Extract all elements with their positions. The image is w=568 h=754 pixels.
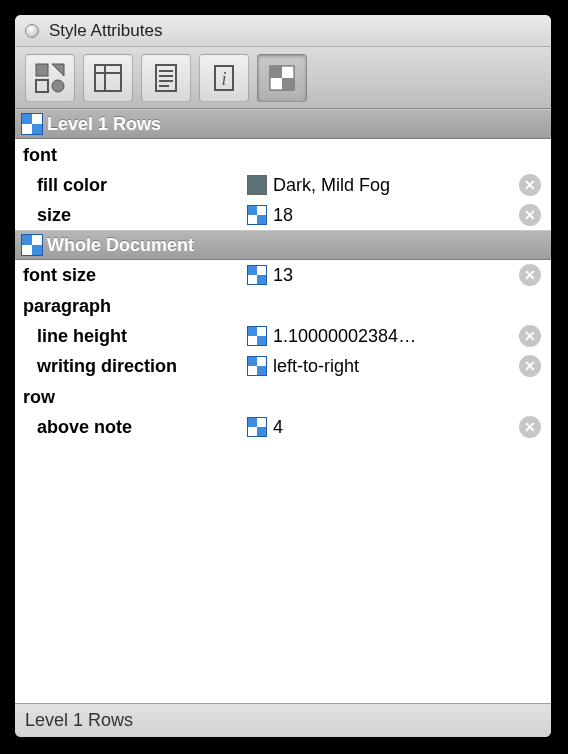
attr-name: fill color	[37, 175, 247, 196]
layout-icon	[35, 63, 65, 93]
toolbar-info-button[interactable]: i	[199, 54, 249, 102]
page-icon	[151, 63, 181, 93]
section-header-whole-document[interactable]: Whole Document	[15, 230, 551, 260]
attr-name: line height	[37, 326, 247, 347]
toolbar-layout-button[interactable]	[25, 54, 75, 102]
attr-name: font size	[23, 265, 247, 286]
attr-row-line-height[interactable]: line height 1.10000002384… ✕	[15, 321, 551, 351]
checker-icon	[21, 234, 43, 256]
status-bar: Level 1 Rows	[15, 703, 551, 737]
attr-name: writing direction	[37, 356, 247, 377]
inspector-window: Style Attributes	[15, 15, 551, 737]
svg-rect-4	[95, 65, 121, 91]
attr-value: 18	[273, 205, 519, 226]
window-title: Style Attributes	[49, 21, 162, 41]
svg-rect-7	[156, 65, 176, 91]
svg-rect-0	[36, 64, 48, 76]
svg-rect-15	[270, 66, 282, 78]
section-title: Level 1 Rows	[47, 114, 161, 135]
attr-row-fill-color[interactable]: fill color Dark, Mild Fog ✕	[15, 170, 551, 200]
attr-row-size[interactable]: size 18 ✕	[15, 200, 551, 230]
attr-value: Dark, Mild Fog	[273, 175, 519, 196]
attr-value: left-to-right	[273, 356, 519, 377]
svg-rect-16	[282, 78, 294, 90]
toolbar-page-button[interactable]	[141, 54, 191, 102]
checker-icon	[247, 417, 267, 437]
attr-value: 13	[273, 265, 519, 286]
delete-icon[interactable]: ✕	[519, 416, 541, 438]
checker-icon	[247, 356, 267, 376]
toolbar-columns-button[interactable]	[83, 54, 133, 102]
group-label-paragraph: paragraph	[15, 290, 551, 321]
svg-marker-1	[52, 64, 64, 76]
checker-icon	[247, 326, 267, 346]
svg-point-3	[52, 80, 64, 92]
checker-icon	[247, 265, 267, 285]
info-icon: i	[209, 63, 239, 93]
delete-icon[interactable]: ✕	[519, 355, 541, 377]
delete-icon[interactable]: ✕	[519, 264, 541, 286]
delete-icon[interactable]: ✕	[519, 204, 541, 226]
delete-icon[interactable]: ✕	[519, 174, 541, 196]
attr-row-font-size[interactable]: font size 13 ✕	[15, 260, 551, 290]
group-label-font: font	[15, 139, 551, 170]
titlebar[interactable]: Style Attributes	[15, 15, 551, 47]
toolbar-styles-button[interactable]	[257, 54, 307, 102]
attr-name: above note	[37, 417, 247, 438]
attributes-content: Level 1 Rows font fill color Dark, Mild …	[15, 109, 551, 703]
color-swatch[interactable]	[247, 175, 267, 195]
styles-icon	[267, 63, 297, 93]
attr-row-above-note[interactable]: above note 4 ✕	[15, 412, 551, 442]
group-label-row: row	[15, 381, 551, 412]
section-title: Whole Document	[47, 235, 194, 256]
close-icon[interactable]	[25, 24, 39, 38]
attr-value: 4	[273, 417, 519, 438]
attr-row-writing-direction[interactable]: writing direction left-to-right ✕	[15, 351, 551, 381]
section-header-level1rows[interactable]: Level 1 Rows	[15, 109, 551, 139]
checker-icon	[247, 205, 267, 225]
svg-rect-2	[36, 80, 48, 92]
attr-name: size	[37, 205, 247, 226]
attr-value: 1.10000002384…	[273, 326, 519, 347]
status-text: Level 1 Rows	[25, 710, 133, 731]
columns-icon	[93, 63, 123, 93]
checker-icon	[21, 113, 43, 135]
svg-text:i: i	[221, 69, 226, 89]
delete-icon[interactable]: ✕	[519, 325, 541, 347]
toolbar: i	[15, 47, 551, 109]
